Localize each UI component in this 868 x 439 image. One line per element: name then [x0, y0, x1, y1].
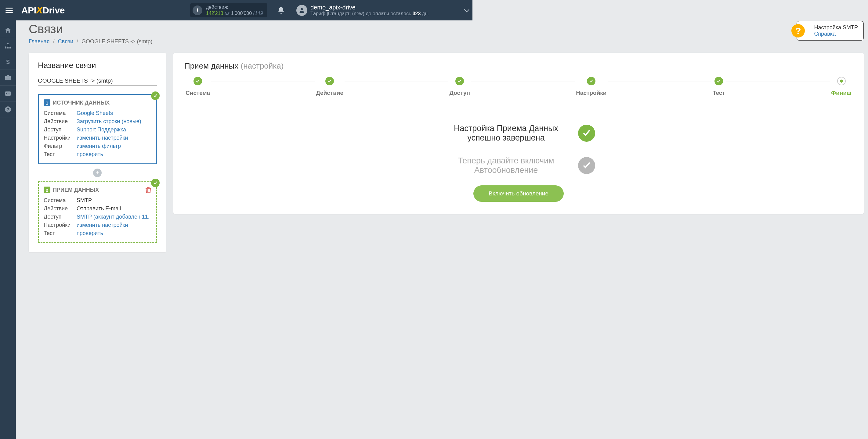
- menu-toggle[interactable]: [5, 8, 13, 13]
- actions-count: 142'213: [206, 11, 223, 16]
- dest-rows: СистемаSMTPДействиеОтправить E-mailДосту…: [44, 196, 151, 237]
- kv-value[interactable]: Support Поддержка: [76, 126, 126, 134]
- step-Действие[interactable]: Действие: [315, 77, 345, 96]
- crumb-current: GOOGLE SHEETS -> (smtp): [82, 38, 153, 44]
- step-label: Действие: [316, 90, 343, 96]
- connection-name-input[interactable]: [38, 76, 157, 86]
- actions-extra: (149: [252, 11, 263, 16]
- kv-row: Тестпроверить: [44, 150, 151, 159]
- kv-row: Тестпроверить: [44, 229, 151, 237]
- logo[interactable]: APIXDrive: [21, 5, 65, 16]
- kv-value[interactable]: проверить: [76, 229, 103, 237]
- actions-counter[interactable]: i действия: 142'213 из 1'000'000 (149: [190, 3, 267, 17]
- kv-value[interactable]: Загрузить строки (новые): [76, 117, 141, 126]
- user-name: demo_apix-drive: [310, 4, 429, 11]
- connection-name-label: Название связи: [38, 61, 157, 70]
- kv-row: Фильтризменить фильтр: [44, 142, 151, 150]
- nav-help[interactable]: ?: [0, 102, 16, 117]
- crumb-home[interactable]: Главная: [29, 38, 50, 44]
- status-next-text: Теперь давайте включим Автообновление: [442, 156, 472, 175]
- kv-row: ДоступSupport Поддержка: [44, 126, 151, 134]
- svg-text:?: ?: [7, 107, 9, 112]
- status-next: Теперь давайте включим Автообновление: [184, 156, 472, 175]
- kv-value[interactable]: изменить настройки: [76, 134, 128, 142]
- step-label: Доступ: [449, 90, 470, 96]
- check-icon: [193, 77, 202, 86]
- kv-key: Система: [44, 109, 76, 117]
- svg-rect-3: [7, 47, 8, 48]
- logo-x: X: [36, 5, 43, 15]
- kv-key: Тест: [44, 229, 76, 237]
- kv-row: ДействиеЗагрузить строки (новые): [44, 117, 151, 126]
- breadcrumb: Главная / Связи / GOOGLE SHEETS -> (smtp…: [29, 38, 472, 45]
- actions-limit: 1'000'000: [231, 11, 252, 16]
- kv-value[interactable]: Google Sheets: [76, 109, 113, 117]
- kv-row: ДоступSMTP (аккаунт добавлен 11.: [44, 213, 151, 221]
- add-step-button[interactable]: +: [93, 169, 102, 177]
- actions-of: из: [223, 11, 231, 16]
- source-block[interactable]: 1 ИСТОЧНИК ДАННЫХ СистемаGoogle SheetsДе…: [38, 94, 157, 164]
- kv-key: Доступ: [44, 126, 76, 134]
- user-block[interactable]: demo_apix-drive Тариф |Стандарт| (new) д…: [310, 4, 429, 16]
- page-title: Связи: [29, 22, 472, 36]
- sidebar: $ ?: [0, 21, 16, 239]
- nav-connections[interactable]: [0, 38, 16, 54]
- kv-value[interactable]: изменить настройки: [76, 221, 128, 229]
- kv-key: Настройки: [44, 134, 76, 142]
- status-complete-text: Настройка Приема Данных успешно завершен…: [442, 124, 472, 143]
- source-title: ИСТОЧНИК ДАННЫХ: [53, 100, 110, 106]
- chevron-down-icon[interactable]: [464, 9, 469, 13]
- user-avatar[interactable]: [296, 5, 307, 16]
- user-tariff: Тариф |Стандарт| (new) до оплаты осталос…: [310, 11, 429, 16]
- kv-key: Настройки: [44, 221, 76, 229]
- card-connection: Название связи 1 ИСТОЧНИК ДАННЫХ Система…: [29, 53, 166, 239]
- kv-row: Настройкиизменить настройки: [44, 134, 151, 142]
- step-Система[interactable]: Система: [184, 77, 211, 96]
- kv-value[interactable]: изменить фильтр: [76, 142, 121, 150]
- actions-text: действия: 142'213 из 1'000'000 (149: [206, 4, 263, 16]
- kv-key: Действие: [44, 117, 76, 126]
- trash-icon[interactable]: [146, 187, 151, 193]
- kv-value[interactable]: SMTP (аккаунт добавлен 11.: [76, 213, 150, 221]
- kv-row: Настройкиизменить настройки: [44, 221, 151, 229]
- kv-value[interactable]: проверить: [76, 150, 103, 159]
- kv-row: ДействиеОтправить E-mail: [44, 205, 151, 213]
- logo-drive: Drive: [42, 5, 65, 15]
- topbar: APIXDrive i действия: 142'213 из 1'000'0…: [0, 0, 472, 21]
- nav-billing[interactable]: $: [0, 54, 16, 70]
- kv-key: Тест: [44, 150, 76, 159]
- actions-label: действия:: [206, 4, 263, 10]
- bell-icon[interactable]: [277, 6, 285, 14]
- kv-key: Действие: [44, 205, 76, 213]
- kv-key: Фильтр: [44, 142, 76, 150]
- nav-briefcase[interactable]: [0, 70, 16, 86]
- step-label: Система: [186, 90, 210, 96]
- kv-value: SMTP: [76, 196, 92, 205]
- status-complete: Настройка Приема Данных успешно завершен…: [184, 124, 472, 143]
- svg-point-8: [6, 93, 7, 94]
- kv-row: СистемаSMTP: [44, 196, 151, 205]
- crumb-links[interactable]: Связи: [58, 38, 73, 44]
- check-icon: [455, 77, 464, 86]
- nav-card[interactable]: [0, 86, 16, 102]
- stepper: СистемаДействиеДоступНастройкиТестФиниш: [184, 77, 472, 96]
- kv-key: Доступ: [44, 213, 76, 221]
- source-rows: СистемаGoogle SheetsДействиеЗагрузить ст…: [44, 109, 151, 159]
- step-Доступ[interactable]: Доступ: [448, 77, 471, 96]
- dest-block[interactable]: 2 ПРИЕМ ДАННЫХ СистемаSMTPДействиеОтправ…: [38, 181, 157, 239]
- source-num: 1: [44, 99, 50, 106]
- svg-point-0: [301, 8, 303, 10]
- svg-rect-4: [9, 47, 11, 48]
- svg-rect-6: [5, 78, 11, 78]
- add-between: +: [38, 169, 157, 177]
- kv-value: Отправить E-mail: [76, 205, 121, 213]
- check-icon: [326, 77, 334, 86]
- nav-home[interactable]: [0, 22, 16, 38]
- svg-text:$: $: [6, 59, 9, 65]
- kv-row: СистемаGoogle Sheets: [44, 109, 151, 117]
- svg-rect-2: [5, 47, 6, 48]
- check-icon: [151, 179, 160, 187]
- main: Связи Главная / Связи / GOOGLE SHEETS ->…: [16, 21, 472, 239]
- logo-api: API: [21, 5, 36, 15]
- info-icon: i: [193, 5, 203, 15]
